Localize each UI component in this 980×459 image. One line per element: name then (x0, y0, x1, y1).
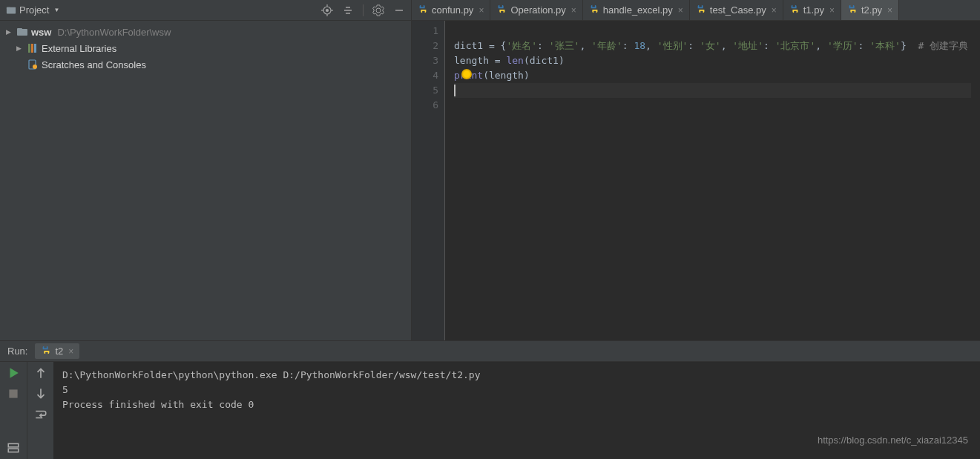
code-line: length = len(dict1) (454, 53, 971, 68)
layout-icon[interactable] (7, 441, 20, 455)
code-line: print(length) (454, 68, 971, 83)
tree-arrow-icon: ▶ (16, 44, 24, 52)
line-number: 6 (412, 98, 438, 113)
tree-item-root[interactable]: ▶ wsw D:\PythonWorkFolder\wsw (0, 24, 411, 40)
project-dropdown[interactable]: Project ▼ (6, 4, 59, 16)
hide-icon[interactable] (393, 4, 405, 16)
tree-label: wsw (31, 27, 51, 38)
output-line: 5 (62, 383, 971, 397)
wrap-icon[interactable] (34, 408, 47, 421)
svg-rect-16 (34, 44, 36, 53)
project-title-label: Project (19, 4, 49, 16)
tab-t1[interactable]: t1.py × (783, 0, 841, 20)
svg-rect-15 (31, 44, 33, 53)
svg-rect-22 (8, 449, 19, 452)
close-icon[interactable]: × (479, 5, 484, 16)
locate-icon[interactable] (321, 4, 333, 16)
run-tab-label: t2 (55, 346, 63, 357)
tab-t2[interactable]: t2.py × (841, 0, 899, 20)
tree-arrow-icon: ▶ (6, 28, 13, 36)
svg-marker-19 (10, 368, 19, 378)
tab-label: confun.py (432, 4, 473, 16)
expand-icon[interactable] (342, 4, 354, 16)
line-number: 1 (412, 24, 438, 39)
code-area[interactable]: dict1 = {'姓名': '张三', '年龄': 18, '性别': '女'… (445, 21, 980, 340)
python-file-icon (847, 4, 858, 16)
tab-label: handle_excel.py (603, 4, 673, 16)
close-icon[interactable]: × (772, 5, 777, 16)
tab-label: t1.py (803, 4, 824, 16)
code-line: dict1 = {'姓名': '张三', '年龄': 18, '性别': '女'… (454, 39, 971, 53)
close-icon[interactable]: × (887, 5, 892, 16)
library-icon (27, 42, 39, 54)
up-arrow-icon[interactable] (34, 366, 47, 380)
svg-rect-1 (7, 7, 10, 9)
project-header: Project ▼ (0, 0, 411, 21)
toolbar-divider (363, 4, 364, 16)
project-icon (6, 5, 16, 16)
code-line-current (454, 83, 971, 98)
svg-rect-13 (17, 28, 22, 30)
python-file-icon (41, 345, 51, 357)
tab-label: test_Case.py (710, 4, 766, 16)
project-tree: ▶ wsw D:\PythonWorkFolder\wsw ▶ External… (0, 21, 411, 340)
tab-operation[interactable]: Operation.py × (490, 0, 582, 20)
svg-point-18 (33, 65, 37, 69)
run-controls (0, 362, 27, 459)
close-icon[interactable]: × (829, 5, 835, 16)
gear-icon[interactable] (372, 4, 384, 16)
line-number: 4 (412, 68, 438, 83)
editor-tabs: confun.py × Operation.py × handle_excel.… (412, 0, 980, 21)
code-line (454, 24, 971, 39)
run-tab[interactable]: t2 × (35, 343, 79, 359)
svg-rect-21 (8, 443, 19, 447)
tab-label: Operation.py (510, 4, 565, 16)
down-arrow-icon[interactable] (34, 387, 47, 400)
output-line: D:\PythonWorkFolder\python\python.exe D:… (62, 368, 971, 383)
line-number: 3 (412, 53, 438, 68)
tab-test-case[interactable]: test_Case.py × (690, 0, 783, 20)
python-file-icon (789, 4, 800, 16)
play-icon[interactable] (7, 366, 20, 380)
tree-item-scratches[interactable]: Scratches and Consoles (0, 56, 411, 73)
python-file-icon (696, 4, 706, 16)
line-number: 2 (412, 39, 438, 53)
watermark: https://blog.csdn.net/c_xiazai12345 (818, 435, 968, 446)
tree-label: Scratches and Consoles (42, 59, 146, 70)
close-icon[interactable]: × (68, 346, 73, 357)
project-panel: Project ▼ (0, 0, 412, 340)
code-line (454, 98, 971, 113)
run-header: Run: t2 × (0, 341, 980, 362)
chevron-down-icon: ▼ (53, 7, 59, 13)
python-file-icon (418, 4, 428, 16)
editor-panel: confun.py × Operation.py × handle_excel.… (412, 0, 980, 340)
tree-path: D:\PythonWorkFolder\wsw (57, 27, 171, 38)
tab-label: t2.py (861, 4, 882, 16)
output-line: Process finished with exit code 0 (62, 397, 971, 412)
line-number: 5 (412, 83, 438, 98)
svg-rect-20 (9, 389, 17, 397)
gutter: 1 2 3 4 5 6 (412, 21, 445, 340)
stop-icon[interactable] (7, 387, 20, 400)
close-icon[interactable]: × (678, 5, 683, 16)
folder-icon (16, 26, 28, 38)
tab-handle-excel[interactable]: handle_excel.py × (583, 0, 690, 20)
tree-item-external[interactable]: ▶ External Libraries (0, 40, 411, 56)
bulb-icon[interactable] (461, 69, 472, 79)
run-label: Run: (7, 346, 27, 357)
tree-label: External Libraries (42, 43, 116, 54)
tab-confun[interactable]: confun.py × (412, 0, 490, 20)
editor-body[interactable]: 1 2 3 4 5 6 dict1 = {'姓名': '张三', '年龄': 1… (412, 21, 980, 340)
python-file-icon (589, 4, 599, 16)
close-icon[interactable]: × (571, 5, 576, 16)
scratch-icon (27, 59, 39, 70)
svg-rect-14 (28, 44, 30, 53)
python-file-icon (496, 4, 507, 16)
run-nav (27, 362, 53, 459)
svg-point-3 (326, 9, 329, 11)
